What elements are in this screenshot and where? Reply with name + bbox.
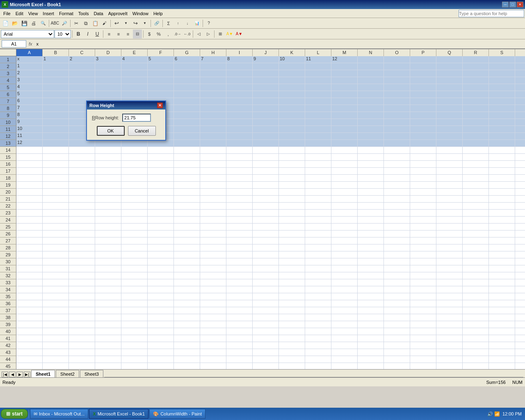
cell-O2[interactable] [384,63,410,70]
cell-B9[interactable] [43,112,69,119]
cell-F45[interactable] [148,363,174,369]
cell-H32[interactable] [200,272,226,279]
decimal-inc-button[interactable]: .0→ [173,30,182,39]
cell-H37[interactable] [200,307,226,314]
cell-M4[interactable] [331,77,358,84]
cell-O16[interactable] [384,161,410,168]
cell-L7[interactable] [305,98,331,105]
cell-J1[interactable]: 9 [253,56,279,63]
cell-K9[interactable] [279,112,305,119]
cell-O32[interactable] [384,272,410,279]
cell-M5[interactable] [331,84,358,91]
cell-N23[interactable] [358,210,384,217]
row-header-5[interactable]: 5 [0,84,16,91]
cell-J39[interactable] [253,321,279,328]
cell-I33[interactable] [226,279,253,286]
cell-T18[interactable] [515,175,525,182]
row-header-7[interactable]: 7 [0,98,16,105]
cell-K33[interactable] [279,279,305,286]
cell-L13[interactable] [305,140,331,147]
cell-M18[interactable] [331,175,358,182]
cell-G28[interactable] [174,244,200,251]
cell-G1[interactable]: 6 [174,56,200,63]
cell-R41[interactable] [463,335,489,342]
row-header-4[interactable]: 4 [0,77,16,84]
cell-M11[interactable] [331,126,358,133]
cell-H13[interactable] [200,140,226,147]
cell-Q26[interactable] [436,231,463,237]
cell-R15[interactable] [463,154,489,161]
cell-C38[interactable] [69,314,95,321]
cell-Q30[interactable] [436,258,463,265]
percent-button[interactable]: % [154,30,163,39]
cell-I4[interactable] [226,77,253,84]
cell-N40[interactable] [358,328,384,335]
cell-B5[interactable] [43,84,69,91]
cell-O20[interactable] [384,189,410,196]
fill-color-button[interactable]: A▼ [225,30,234,39]
cell-I8[interactable] [226,105,253,112]
cell-S13[interactable] [489,140,515,147]
row-header-41[interactable]: 41 [0,335,16,342]
cell-B8[interactable] [43,105,69,112]
cell-M9[interactable] [331,112,358,119]
cell-T9[interactable] [515,112,525,119]
cell-E22[interactable] [121,203,148,210]
cell-I45[interactable] [226,363,253,369]
cell-Q14[interactable] [436,147,463,154]
cell-P11[interactable] [410,126,436,133]
cell-E31[interactable] [121,265,148,272]
tab-nav-last[interactable]: ▶| [24,372,30,377]
cell-H4[interactable] [200,77,226,84]
cell-N34[interactable] [358,286,384,293]
cell-K45[interactable] [279,363,305,369]
cell-M41[interactable] [331,335,358,342]
cell-O37[interactable] [384,307,410,314]
cell-T40[interactable] [515,328,525,335]
col-header-A[interactable]: A [16,49,43,56]
cell-T34[interactable] [515,286,525,293]
tab-sheet3[interactable]: Sheet3 [80,370,103,377]
cell-I10[interactable] [226,119,253,126]
cell-K25[interactable] [279,224,305,231]
cell-N20[interactable] [358,189,384,196]
ok-button[interactable]: OK [97,126,125,136]
cell-H6[interactable] [200,91,226,98]
font-name-select[interactable]: Arial [1,30,54,38]
cell-D35[interactable] [95,293,121,300]
cell-M29[interactable] [331,251,358,258]
cell-C37[interactable] [69,307,95,314]
cell-R25[interactable] [463,224,489,231]
cell-F41[interactable] [148,335,174,342]
cell-B43[interactable] [43,349,69,356]
cell-L23[interactable] [305,210,331,217]
cell-E38[interactable] [121,314,148,321]
cell-S21[interactable] [489,196,515,203]
cell-Q24[interactable] [436,217,463,224]
cell-O18[interactable] [384,175,410,182]
cell-T36[interactable] [515,300,525,307]
cell-Q28[interactable] [436,244,463,251]
cell-C2[interactable] [69,63,95,70]
cell-J40[interactable] [253,328,279,335]
cell-B6[interactable] [43,91,69,98]
cell-Q42[interactable] [436,342,463,349]
cell-J10[interactable] [253,119,279,126]
cell-B34[interactable] [43,286,69,293]
cell-S41[interactable] [489,335,515,342]
cell-Q33[interactable] [436,279,463,286]
cell-R34[interactable] [463,286,489,293]
cell-A40[interactable] [16,328,43,335]
cell-Q15[interactable] [436,154,463,161]
cell-A22[interactable] [16,203,43,210]
cell-G14[interactable] [174,147,200,154]
cell-D19[interactable] [95,182,121,189]
cell-D18[interactable] [95,175,121,182]
cell-A35[interactable] [16,293,43,300]
row-header-21[interactable]: 21 [0,196,16,203]
cell-H30[interactable] [200,258,226,265]
cell-J11[interactable] [253,126,279,133]
cell-O31[interactable] [384,265,410,272]
cell-R7[interactable] [463,98,489,105]
cell-O17[interactable] [384,168,410,175]
